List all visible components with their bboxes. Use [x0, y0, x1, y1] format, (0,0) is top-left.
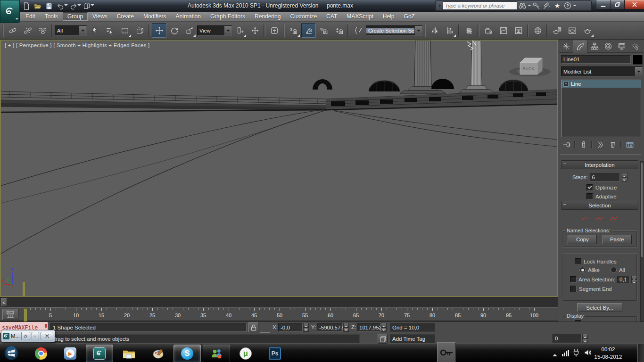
search-expand-icon[interactable] [437, 1, 443, 10]
subscription-key-icon[interactable] [531, 1, 542, 10]
communication-center-icon[interactable] [542, 1, 552, 10]
menu-edit[interactable]: Edit [21, 12, 40, 21]
select-and-manipulate-icon[interactable] [248, 23, 262, 38]
segment-end-checkbox[interactable] [570, 286, 577, 292]
menu-goz[interactable]: GoZ [399, 12, 420, 21]
tab-hierarchy-icon[interactable] [587, 41, 601, 52]
adaptive-checkbox[interactable] [586, 193, 593, 200]
area-selection-checkbox[interactable] [570, 276, 577, 283]
collapse-icon[interactable]: − [563, 203, 568, 207]
select-object-icon[interactable] [87, 23, 102, 38]
power-plug-icon[interactable] [571, 348, 581, 359]
redo-dropdown-icon[interactable] [77, 4, 81, 8]
perspective-viewport[interactable]: [ + ] [ Perspective ] [ Smooth + Highlig… [0, 40, 558, 297]
rendered-frame-window-icon[interactable] [565, 23, 579, 38]
layer-manager-icon[interactable] [462, 23, 476, 38]
dropdown-arrow-icon[interactable] [79, 26, 86, 35]
application-menu-button[interactable] [0, 0, 20, 23]
all-radio[interactable] [611, 267, 617, 273]
taskbar-3dsmax[interactable] [86, 345, 113, 362]
selection-lock-icon[interactable] [248, 322, 258, 332]
y-coordinate-field[interactable]: -5900,577 [317, 323, 343, 332]
frame-spinner[interactable] [582, 334, 588, 343]
pin-stack-icon[interactable] [561, 140, 572, 149]
open-file-icon[interactable] [33, 1, 42, 10]
tab-display-icon[interactable] [615, 41, 628, 52]
minimize-button[interactable] [596, 0, 611, 9]
percent-snap-toggle-icon[interactable]: % [316, 23, 331, 38]
dropdown-arrow-icon[interactable] [635, 67, 642, 76]
close-button[interactable] [624, 0, 644, 9]
menu-customize[interactable]: Customize [285, 12, 322, 21]
schematic-view-icon[interactable] [511, 23, 526, 38]
alike-radio[interactable] [579, 267, 586, 273]
material-editor-icon[interactable] [530, 23, 545, 38]
make-unique-icon[interactable] [595, 140, 606, 149]
menu-create[interactable]: Create [112, 12, 139, 21]
mirror-icon[interactable] [427, 23, 442, 38]
curve-editor-icon[interactable] [496, 23, 511, 38]
copy-button[interactable]: Copy [568, 235, 597, 244]
search-binoculars-icon[interactable] [517, 1, 528, 10]
taskbar-paint[interactable] [144, 345, 172, 362]
align-icon[interactable] [442, 23, 457, 38]
taskbar-chrome[interactable] [27, 345, 55, 362]
restore-button[interactable] [611, 0, 625, 9]
snaps-toggle-icon[interactable]: 3 [286, 23, 301, 38]
viewcube[interactable]: BACK [509, 58, 551, 76]
area-selection-spinner[interactable] [631, 276, 637, 283]
taskbar-photoshop[interactable]: Ps [261, 345, 289, 362]
save-file-icon[interactable] [44, 1, 54, 10]
vertex-subobject-icon[interactable] [580, 214, 591, 224]
steps-field[interactable]: 6 [590, 173, 620, 181]
segment-subobject-icon[interactable] [594, 214, 605, 224]
viewcube-face-label[interactable]: BACK [523, 66, 535, 71]
menu-graph-editors[interactable]: Graph Editors [206, 12, 250, 21]
taskbar-skype[interactable]: S [173, 345, 201, 362]
bind-to-space-warp-icon[interactable] [35, 23, 50, 38]
undo-dropdown-icon[interactable] [64, 4, 68, 8]
search-options-dropdown-icon[interactable] [528, 5, 531, 8]
remove-modifier-icon[interactable] [607, 140, 619, 149]
object-name-field[interactable]: Line01 [561, 55, 631, 64]
add-time-tag-field[interactable]: Add Time Tag [390, 334, 435, 343]
help-dropdown-icon[interactable] [573, 5, 577, 8]
panel-scrollbar[interactable] [640, 161, 644, 321]
search-input[interactable] [443, 1, 517, 10]
menu-tools[interactable]: Tools [40, 12, 63, 21]
use-pivot-point-center-icon[interactable] [232, 23, 247, 38]
reference-coordinate-system-dropdown[interactable]: View [197, 25, 232, 36]
angle-snap-toggle-icon[interactable] [301, 23, 316, 38]
show-end-result-icon[interactable] [578, 140, 589, 149]
dropdown-arrow-icon[interactable] [414, 26, 422, 35]
mini-minimize-icon[interactable] [32, 332, 40, 340]
menu-modifiers[interactable]: Modifiers [139, 12, 171, 21]
new-file-icon[interactable] [22, 1, 31, 10]
edit-named-selection-sets-icon[interactable] [351, 23, 365, 38]
current-frame-field[interactable]: 0 [553, 334, 582, 343]
modifier-stack-item-line[interactable]: + Line [561, 80, 641, 88]
menu-help[interactable]: Help [378, 12, 399, 21]
favorites-star-icon[interactable]: ★ [552, 1, 562, 10]
add-time-tag-icon[interactable] [378, 334, 388, 344]
keyboard-shortcut-override-icon[interactable] [267, 23, 281, 38]
render-setup-icon[interactable] [550, 23, 564, 38]
track-bar[interactable]: 0510152025303540455055606570758085909510… [0, 307, 558, 321]
tray-expand-icon[interactable] [553, 352, 557, 356]
fetch-dropdown-icon[interactable] [91, 4, 94, 8]
start-button[interactable] [2, 345, 21, 361]
taskbar-media-player[interactable]: ▶ [57, 345, 84, 362]
menu-rendering[interactable]: Rendering [250, 12, 285, 21]
menu-cat[interactable]: CAT [322, 12, 342, 21]
selection-filter-dropdown[interactable]: All [55, 25, 87, 36]
select-and-link-icon[interactable] [5, 23, 20, 38]
time-caret[interactable] [24, 308, 27, 322]
steps-spinner[interactable] [622, 173, 627, 181]
area-selection-field[interactable]: 0,1 [617, 276, 629, 283]
dropdown-arrow-icon[interactable] [224, 26, 231, 35]
open-mini-curve-editor-icon[interactable] [2, 309, 18, 320]
menu-animation[interactable]: Animation [171, 12, 206, 21]
tab-modify-icon[interactable] [573, 41, 587, 53]
interpolation-rollout-header[interactable]: −Interpolation [561, 160, 638, 169]
taskbar-explorer[interactable] [115, 345, 142, 362]
